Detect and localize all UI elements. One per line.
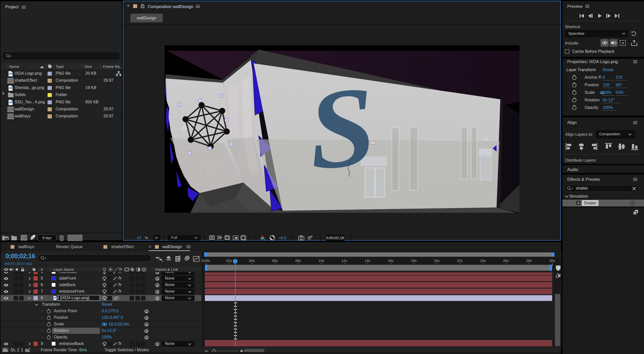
- svg-text:S: S: [303, 63, 380, 193]
